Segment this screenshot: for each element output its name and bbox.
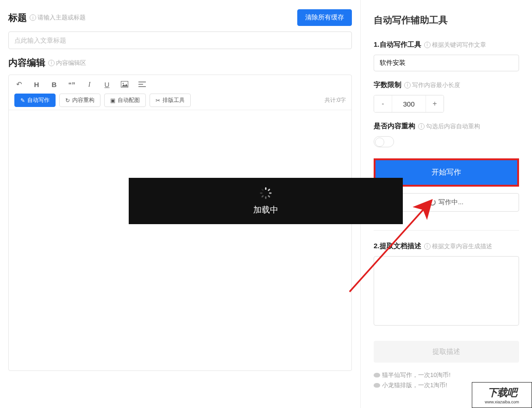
rebuild-label: 是否内容重构 <box>374 122 415 131</box>
quote-icon[interactable]: “” <box>67 80 76 89</box>
content-hint-text: 内容编辑区 <box>56 59 86 67</box>
cost2-text: 小龙猫排版，一次1淘币! <box>382 381 447 389</box>
section2-label: 2.提取文档描述 <box>374 242 421 251</box>
undo-icon[interactable]: ↶ <box>14 80 24 89</box>
info-icon: i <box>424 243 431 250</box>
word-limit-hint-text: 写作内容最小长度 <box>412 81 460 89</box>
word-limit-label: 字数限制 <box>374 81 401 89</box>
loading-spinner-icon <box>259 187 272 200</box>
svg-rect-5 <box>265 187 267 190</box>
content-rebuild-button[interactable]: ↻ 内容重构 <box>59 94 100 107</box>
svg-point-1 <box>123 83 124 84</box>
section2-hint: i 根据文章内容生成描述 <box>424 242 492 251</box>
refresh-icon: ↻ <box>65 97 70 104</box>
watermark-name: 下载吧 <box>488 386 517 400</box>
title-input[interactable] <box>8 31 352 49</box>
editor-toolbar: ↶ H B “” I U ✎ 自动写作 <box>9 75 351 110</box>
cost1-text: 猫半仙写作，一次10淘币! <box>382 371 451 379</box>
stepper-value-input[interactable] <box>392 95 426 112</box>
info-icon: i <box>418 123 425 130</box>
content-rebuild-label: 内容重构 <box>72 96 94 104</box>
rebuild-toggle[interactable] <box>374 136 394 147</box>
title-hint: i 请输入主题或标题 <box>30 13 86 22</box>
tools-icon: ✂ <box>156 97 160 104</box>
rebuild-hint: i 勾选后内容自动重构 <box>418 122 480 131</box>
loading-text: 加载中 <box>253 204 278 215</box>
auto-write-button[interactable]: ✎ 自动写作 <box>14 94 56 107</box>
title-heading: 标题 <box>8 12 27 24</box>
content-hint: i 内容编辑区 <box>48 59 86 67</box>
info-icon: i <box>404 82 411 88</box>
rebuild-hint-text: 勾选后内容自动重构 <box>426 122 480 131</box>
keyword-input[interactable] <box>374 55 519 71</box>
align-icon[interactable] <box>138 80 147 89</box>
layout-tool-button[interactable]: ✂ 排版工具 <box>150 94 191 107</box>
info-icon: i <box>424 42 431 48</box>
info-icon: i <box>30 14 36 21</box>
stepper-minus-button[interactable]: - <box>374 95 392 112</box>
section1-hint: i 根据关键词写作文章 <box>424 41 486 49</box>
svg-rect-10 <box>261 195 264 198</box>
description-textarea[interactable] <box>374 256 519 326</box>
svg-rect-8 <box>268 195 270 198</box>
word-count: 共计:0字 <box>325 96 346 104</box>
watermark-logo: 下载吧 www.xiazaiba.com <box>472 382 532 408</box>
section2-hint-text: 根据文章内容生成描述 <box>432 242 492 251</box>
layout-tool-label: 排版工具 <box>163 96 185 104</box>
coin-icon <box>374 373 380 377</box>
info-icon: i <box>48 60 55 66</box>
section1-label: 1.自动写作工具 <box>374 40 421 49</box>
pencil-icon: ✎ <box>20 97 25 104</box>
clear-cache-button[interactable]: 清除所有缓存 <box>297 9 352 26</box>
auto-image-button[interactable]: ▣ 自动配图 <box>104 94 146 107</box>
spinner-icon <box>429 199 436 206</box>
underline-icon[interactable]: U <box>102 80 112 89</box>
auto-write-label: 自动写作 <box>27 96 50 104</box>
content-heading: 内容编辑 <box>8 56 45 69</box>
sidebar-title: 自动写作辅助工具 <box>374 14 519 26</box>
image-icon[interactable] <box>120 80 129 89</box>
cost-line-1: 猫半仙写作，一次10淘币! <box>374 371 519 379</box>
word-limit-stepper: - + <box>374 95 444 113</box>
auto-image-label: 自动配图 <box>118 96 140 104</box>
svg-rect-11 <box>260 193 263 194</box>
svg-rect-7 <box>269 193 272 194</box>
italic-icon[interactable]: I <box>85 80 94 89</box>
writing-status-label: 写作中... <box>438 198 463 207</box>
watermark-url: www.xiazaiba.com <box>485 400 519 404</box>
word-limit-hint: i 写作内容最小长度 <box>404 81 460 89</box>
section1-hint-text: 根据关键词写作文章 <box>432 41 486 49</box>
picture-icon: ▣ <box>110 97 115 104</box>
svg-rect-12 <box>261 188 264 191</box>
svg-rect-6 <box>268 188 270 191</box>
divider <box>374 230 519 231</box>
title-hint-text: 请输入主题或标题 <box>38 13 86 22</box>
loading-overlay: 加载中 <box>129 178 403 224</box>
coin-icon <box>374 383 380 388</box>
svg-rect-9 <box>265 196 267 199</box>
extract-description-button[interactable]: 提取描述 <box>374 341 519 363</box>
bold-icon[interactable]: B <box>50 80 59 89</box>
heading-icon[interactable]: H <box>32 80 41 89</box>
stepper-plus-button[interactable]: + <box>426 95 444 112</box>
